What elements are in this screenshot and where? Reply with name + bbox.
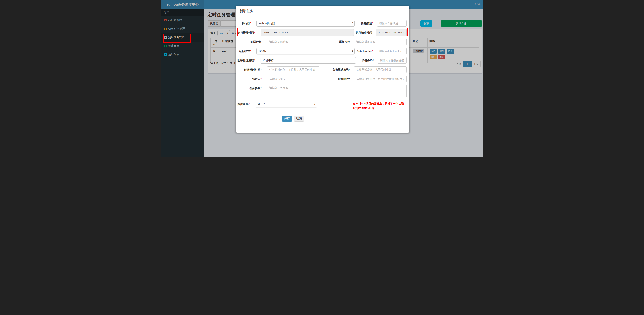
end-time-label: 执行结束时间	[356, 29, 372, 36]
owner-label: 负责人*	[238, 76, 262, 82]
task-desc-label: 任务描述*	[356, 20, 373, 27]
route-strategy-label: 路由策略*	[238, 101, 250, 107]
jobhandler-input[interactable]	[377, 48, 406, 54]
job-param-textarea[interactable]	[267, 85, 406, 97]
owner-input[interactable]	[267, 76, 319, 82]
form-row: 阻塞处理策略* 单机串行 ▲▼ 子任务ID*	[238, 57, 406, 64]
start-time-input[interactable]: 2019-07-30 17:25:43	[260, 29, 354, 36]
task-desc-input[interactable]	[377, 20, 406, 27]
start-time-label: 执行开始时间*	[238, 29, 255, 36]
timeout-input[interactable]	[267, 66, 319, 73]
jobhandler-label: JobHandler*	[356, 48, 373, 54]
executor-select[interactable]: zuihou执行器 ▲▼	[256, 20, 355, 27]
repeat-count-input[interactable]	[354, 39, 406, 45]
run-mode-label: 运行模式*	[238, 48, 251, 54]
select-arrows-icon: ▲▼	[314, 103, 316, 105]
form-row-highlighted: 执行开始时间* 2019-07-30 17:25:43 执行结束时间 2019-…	[238, 29, 406, 36]
select-arrows-icon: ▲▼	[352, 50, 353, 53]
timeout-label: 任务超时时间*	[238, 66, 262, 73]
select-arrows-icon: ▲▼	[352, 22, 353, 25]
form-row: 负责人* 报警邮件*	[238, 76, 406, 82]
alarm-email-label: 报警邮件*	[321, 76, 350, 82]
app-window: zuihou任务调度中心 注销 导航 执行器管理 Cron任务管理 定时任务管理…	[161, 0, 483, 158]
block-strategy-select[interactable]: 单机串行 ▲▼	[260, 57, 356, 64]
add-task-modal: 新增任务 执行器* zuihou执行器 ▲▼ 任务描述* 执行开始时间* 201…	[236, 6, 410, 133]
feature-note-text: 在xxl-jobs项目的基础上，新增了一个功能： 指定时间执行任务	[353, 101, 406, 110]
repeat-count-label: 重复次数	[321, 39, 350, 45]
executor-label: 执行器*	[238, 20, 251, 27]
child-job-id-input[interactable]	[378, 57, 406, 64]
interval-seconds-label: 间隔秒数	[238, 39, 262, 45]
cancel-button[interactable]: 取消	[294, 116, 304, 122]
end-time-input[interactable]: 2019-07-30 00:00:00	[376, 29, 406, 36]
job-param-label: 任务参数*	[238, 85, 262, 91]
save-button[interactable]: 保存	[282, 116, 292, 122]
form-row: 运行模式* BEAN ▲▼ JobHandler*	[238, 48, 406, 54]
modal-title: 新增任务	[240, 9, 406, 13]
form-row: 执行器* zuihou执行器 ▲▼ 任务描述*	[238, 20, 406, 27]
select-arrows-icon: ▲▼	[353, 59, 354, 62]
block-strategy-label: 阻塞处理策略*	[238, 57, 255, 64]
retry-count-input[interactable]	[354, 66, 406, 73]
route-strategy-select[interactable]: 第一个 ▲▼	[255, 101, 317, 107]
interval-seconds-input[interactable]	[267, 39, 319, 45]
form-row: 间隔秒数 重复次数	[238, 39, 406, 45]
retry-count-label: 失败重试次数*	[321, 66, 350, 73]
modal-header: 新增任务	[236, 6, 410, 16]
form-row: 任务超时时间* 失败重试次数*	[238, 66, 406, 73]
run-mode-select[interactable]: BEAN ▲▼	[256, 48, 355, 54]
alarm-email-input[interactable]	[354, 76, 406, 82]
form-row: 任务参数*	[238, 85, 406, 98]
child-job-id-label: 子任务ID*	[358, 57, 374, 64]
form-row: 路由策略* 第一个 ▲▼ 在xxl-jobs项目的基础上，新增了一个功能： 指定…	[238, 101, 406, 110]
modal-body: 执行器* zuihou执行器 ▲▼ 任务描述* 执行开始时间* 2019-07-…	[236, 16, 410, 110]
modal-footer: 保存 取消	[236, 111, 410, 122]
